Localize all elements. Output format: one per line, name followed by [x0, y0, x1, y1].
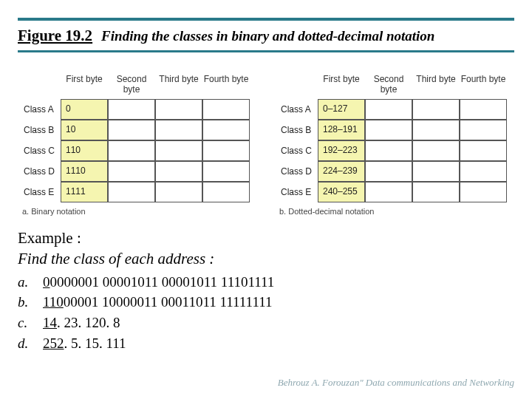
cell-empty: [108, 161, 155, 182]
cell-empty: [155, 140, 202, 161]
row-label: Class D: [278, 161, 318, 182]
item-marker: b.: [18, 293, 33, 312]
binary-subcaption: a. Binary notation: [21, 207, 254, 216]
cell-empty: [365, 140, 412, 161]
cell-empty: [202, 99, 250, 120]
item-underline: 252: [43, 335, 64, 351]
cell-empty: [412, 182, 460, 202]
item-value: 00000001 00001011 00001011 11101111: [43, 273, 274, 292]
col-spacer: [278, 72, 318, 99]
cell-empty: [108, 140, 155, 161]
col-header: First byte: [318, 72, 365, 99]
figure-title-row: Figure 19.2 Finding the classes in binar…: [18, 27, 514, 45]
cell-first-byte: 110: [61, 140, 108, 161]
item-value: 14. 23. 120. 8: [43, 313, 120, 332]
item-underline: 110: [43, 294, 64, 310]
cell-first-byte: 1111: [61, 182, 108, 202]
row-label: Class E: [278, 182, 318, 202]
cell-empty: [108, 99, 155, 120]
cell-empty: [202, 161, 250, 182]
binary-table-block: First byte Second byte Third byte Fourth…: [21, 72, 254, 216]
cell-empty: [202, 140, 250, 161]
cell-empty: [365, 120, 412, 140]
row-label: Class D: [21, 161, 61, 182]
cell-empty: [412, 161, 460, 182]
col-header: Third byte: [412, 72, 460, 99]
item-underline: 14: [43, 315, 57, 330]
item-rest: . 23. 120. 8: [57, 315, 120, 330]
cell-first-byte: 0–127: [318, 99, 365, 120]
row-label: Class E: [21, 182, 61, 202]
cell-empty: [412, 140, 460, 161]
cell-empty: [460, 99, 507, 120]
row-label: Class C: [278, 140, 318, 161]
row-label: Class B: [278, 120, 318, 140]
cell-empty: [202, 182, 250, 202]
mid-rule: [18, 50, 514, 52]
cell-first-byte: 240–255: [318, 182, 365, 202]
example-item: c. 14. 23. 120. 8: [18, 313, 274, 332]
cell-empty: [108, 182, 155, 202]
decimal-table-block: First byte Second byte Third byte Fourth…: [278, 72, 511, 216]
example-prompt: Find the class of each address :: [18, 248, 274, 269]
cell-empty: [412, 99, 460, 120]
col-header: Second byte: [108, 72, 155, 99]
cell-first-byte: 1110: [61, 161, 108, 182]
row-label: Class A: [21, 99, 61, 120]
cell-empty: [108, 120, 155, 140]
cell-first-byte: 10: [61, 120, 108, 140]
example-item: d. 252. 5. 15. 111: [18, 334, 274, 353]
cell-empty: [202, 120, 250, 140]
cell-empty: [365, 182, 412, 202]
row-label: Class C: [21, 140, 61, 161]
col-header: Third byte: [155, 72, 202, 99]
cell-empty: [460, 161, 507, 182]
cell-empty: [460, 140, 507, 161]
cell-empty: [155, 182, 202, 202]
example-item: b. 11000001 10000011 00011011 11111111: [18, 293, 274, 312]
example-block: Example : Find the class of each address…: [18, 228, 274, 354]
item-value: 11000001 10000011 00011011 11111111: [43, 293, 273, 312]
example-prompt-text: Find the class of each address :: [18, 250, 214, 267]
cell-empty: [460, 182, 507, 202]
cell-first-byte: 128–191: [318, 120, 365, 140]
item-underline: 0: [43, 274, 50, 290]
item-marker: a.: [18, 273, 33, 292]
tables-container: First byte Second byte Third byte Fourth…: [21, 72, 511, 216]
col-header: First byte: [61, 72, 108, 99]
cell-empty: [365, 99, 412, 120]
decimal-table: First byte Second byte Third byte Fourth…: [278, 72, 511, 202]
cell-empty: [365, 161, 412, 182]
item-value: 252. 5. 15. 111: [43, 334, 126, 353]
item-marker: d.: [18, 334, 33, 353]
col-header: Second byte: [365, 72, 412, 99]
row-label: Class B: [21, 120, 61, 140]
cell-empty: [460, 120, 507, 140]
item-rest: . 5. 15. 111: [64, 335, 126, 351]
cell-empty: [412, 120, 460, 140]
item-rest: 00001 10000011 00011011 11111111: [64, 294, 273, 310]
cell-first-byte: 0: [61, 99, 108, 120]
figure-caption: Finding the classes in binary and dotted…: [101, 28, 434, 44]
row-label: Class A: [278, 99, 318, 120]
cell-empty: [155, 120, 202, 140]
example-item: a. 00000001 00001011 00001011 11101111: [18, 273, 274, 292]
cell-empty: [155, 161, 202, 182]
figure-label: Figure 19.2: [18, 27, 92, 45]
col-header: Fourth byte: [202, 72, 250, 99]
example-heading: Example :: [18, 228, 274, 248]
binary-table: First byte Second byte Third byte Fourth…: [21, 72, 254, 202]
top-rule: [18, 18, 514, 21]
cell-empty: [155, 99, 202, 120]
item-rest: 0000001 00001011 00001011 11101111: [50, 274, 275, 290]
decimal-subcaption: b. Dotted-decimal notation: [278, 207, 511, 216]
col-spacer: [21, 72, 61, 99]
cell-first-byte: 224–239: [318, 161, 365, 182]
cell-first-byte: 192–223: [318, 140, 365, 161]
col-header: Fourth byte: [460, 72, 507, 99]
footer-attribution: Behrouz A. Forouzan" Data communications…: [278, 377, 514, 389]
example-items: a. 00000001 00001011 00001011 11101111 b…: [18, 273, 274, 353]
item-marker: c.: [18, 313, 33, 332]
